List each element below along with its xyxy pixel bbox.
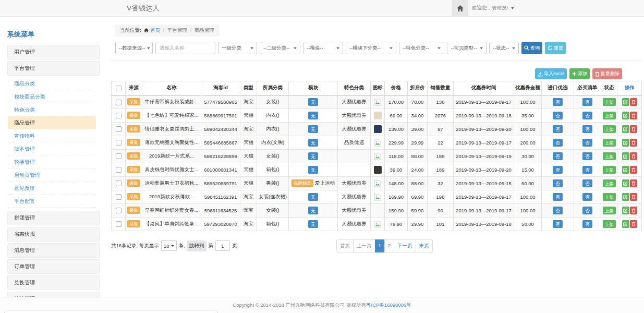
sidebar-item[interactable]: 宣传物料 bbox=[8, 129, 96, 142]
module-select[interactable]: --模块-- bbox=[303, 42, 343, 54]
sidebar-group[interactable]: 兑换管理 bbox=[7, 275, 100, 290]
sidebar-item[interactable]: 商品分类 bbox=[8, 77, 96, 90]
status-badge[interactable]: 上架 bbox=[603, 220, 616, 228]
level1-category-select[interactable]: 一级分类 bbox=[218, 42, 257, 54]
imported-badge[interactable]: 否 bbox=[553, 125, 563, 133]
must-buy-badge[interactable]: 否 bbox=[582, 207, 592, 214]
user-menu[interactable]: 欢迎您，管理员! bbox=[472, 0, 514, 16]
status-badge[interactable]: 上架 bbox=[603, 112, 616, 119]
imported-badge[interactable]: 否 bbox=[553, 207, 563, 214]
sidebar-item[interactable]: 版本管理 bbox=[8, 142, 96, 155]
row-checkbox[interactable] bbox=[116, 153, 121, 159]
delete-button[interactable] bbox=[630, 125, 637, 133]
sidebar-item[interactable]: 平台配置 bbox=[8, 195, 96, 208]
status-badge[interactable]: 上架 bbox=[603, 125, 616, 133]
row-checkbox[interactable] bbox=[116, 140, 121, 146]
edit-button[interactable] bbox=[622, 152, 629, 160]
status-badge[interactable]: 上架 bbox=[603, 139, 616, 147]
row-checkbox[interactable] bbox=[116, 208, 121, 213]
status-badge[interactable]: 上架 bbox=[603, 152, 616, 160]
item-type-select[interactable]: --宝贝类型-- bbox=[447, 42, 487, 54]
status-badge[interactable]: 上架 bbox=[603, 98, 616, 106]
edit-button[interactable] bbox=[622, 179, 629, 187]
page-button[interactable]: 2 bbox=[384, 239, 394, 252]
must-buy-badge[interactable]: 否 bbox=[582, 193, 592, 201]
sidebar-group[interactable]: 平台管理 bbox=[7, 61, 100, 76]
edit-button[interactable] bbox=[622, 193, 629, 201]
imported-badge[interactable]: 否 bbox=[553, 139, 563, 147]
status-badge[interactable]: 上架 bbox=[603, 207, 616, 214]
page-button[interactable]: 上一页 bbox=[353, 239, 375, 252]
row-checkbox[interactable] bbox=[116, 113, 121, 118]
delete-button[interactable] bbox=[630, 98, 637, 106]
page-jump-input[interactable]: 1 bbox=[215, 240, 230, 251]
status-select[interactable]: --状态-- bbox=[489, 42, 519, 54]
sidebar-item[interactable]: 轮播管理 bbox=[8, 155, 96, 168]
jump-button[interactable]: 跳转到 bbox=[187, 240, 206, 251]
imported-badge[interactable]: 否 bbox=[553, 193, 563, 201]
module-sub-category-select[interactable]: --模块下分类-- bbox=[346, 42, 396, 54]
must-buy-badge[interactable]: 否 bbox=[582, 166, 592, 174]
edit-button[interactable] bbox=[622, 98, 629, 106]
delete-button[interactable] bbox=[630, 220, 637, 228]
sidebar-group[interactable]: 用户管理 bbox=[7, 45, 100, 59]
page-button[interactable]: 下一页 bbox=[394, 239, 416, 252]
row-checkbox[interactable] bbox=[116, 126, 121, 132]
imported-badge[interactable]: 否 bbox=[553, 112, 563, 119]
row-checkbox[interactable] bbox=[116, 221, 121, 227]
must-buy-badge[interactable]: 否 bbox=[582, 220, 592, 228]
feature-category-select[interactable]: --特色分类-- bbox=[399, 42, 444, 54]
imported-badge[interactable]: 否 bbox=[553, 166, 563, 174]
add-button[interactable]: 添加 bbox=[569, 68, 590, 79]
import-excel-button[interactable]: 导入excel bbox=[535, 68, 567, 79]
must-buy-badge[interactable]: 否 bbox=[582, 98, 592, 106]
sidebar-group[interactable]: 省惠快报 bbox=[7, 227, 100, 242]
sidebar-item[interactable]: 特色分类 bbox=[8, 103, 96, 116]
delete-button[interactable] bbox=[630, 193, 637, 201]
must-buy-badge[interactable]: 否 bbox=[582, 112, 592, 119]
delete-button[interactable] bbox=[630, 207, 637, 214]
delete-button[interactable] bbox=[630, 112, 637, 119]
row-checkbox[interactable] bbox=[116, 194, 121, 200]
data-source-select[interactable]: --数据来源-- bbox=[115, 42, 153, 54]
edit-button[interactable] bbox=[622, 139, 629, 147]
delete-button[interactable] bbox=[630, 152, 637, 160]
sidebar-item[interactable]: 商品管理 bbox=[8, 116, 96, 129]
query-button[interactable]: 查询 bbox=[521, 42, 542, 54]
row-checkbox[interactable] bbox=[116, 167, 121, 173]
delete-button[interactable] bbox=[630, 166, 637, 174]
row-checkbox[interactable] bbox=[116, 180, 121, 186]
name-input[interactable]: 请输入名称 bbox=[155, 42, 215, 54]
edit-button[interactable] bbox=[622, 207, 629, 214]
select-all-checkbox[interactable] bbox=[116, 86, 121, 91]
edit-button[interactable] bbox=[622, 220, 629, 228]
sidebar-item[interactable]: 启动页管理 bbox=[8, 168, 96, 182]
page-button[interactable]: 1 bbox=[375, 239, 385, 252]
imported-badge[interactable]: 否 bbox=[553, 179, 563, 187]
status-badge[interactable]: 上架 bbox=[603, 179, 616, 187]
sidebar-item[interactable]: 模块商品分类 bbox=[8, 90, 96, 103]
delete-button[interactable] bbox=[630, 139, 637, 147]
per-page-select[interactable]: 10 bbox=[161, 240, 177, 251]
edit-button[interactable] bbox=[622, 125, 629, 133]
reset-button[interactable]: 重置 bbox=[545, 42, 566, 54]
must-buy-badge[interactable]: 否 bbox=[582, 125, 592, 133]
delete-button[interactable] bbox=[630, 179, 637, 187]
must-buy-badge[interactable]: 否 bbox=[582, 139, 592, 147]
level2-category-select[interactable]: --二级分类-- bbox=[260, 42, 300, 54]
sidebar-group[interactable]: 消息管理 bbox=[7, 243, 100, 258]
must-buy-badge[interactable]: 否 bbox=[582, 179, 592, 187]
edit-button[interactable] bbox=[622, 166, 629, 174]
breadcrumb-home-link[interactable]: 首页 bbox=[150, 27, 160, 33]
icp-link[interactable]: 粤ICP备16098006号 bbox=[366, 302, 411, 308]
edit-button[interactable] bbox=[622, 112, 629, 119]
sidebar-group[interactable]: 拼团管理 bbox=[7, 211, 100, 225]
imported-badge[interactable]: 否 bbox=[553, 98, 563, 106]
batch-delete-button[interactable]: 批量删除 bbox=[592, 68, 622, 79]
row-checkbox[interactable] bbox=[116, 100, 121, 105]
imported-badge[interactable]: 否 bbox=[553, 220, 563, 228]
imported-badge[interactable]: 否 bbox=[553, 152, 563, 160]
status-badge[interactable]: 上架 bbox=[603, 193, 616, 201]
must-buy-badge[interactable]: 否 bbox=[582, 152, 592, 160]
home-button[interactable] bbox=[452, 0, 468, 16]
